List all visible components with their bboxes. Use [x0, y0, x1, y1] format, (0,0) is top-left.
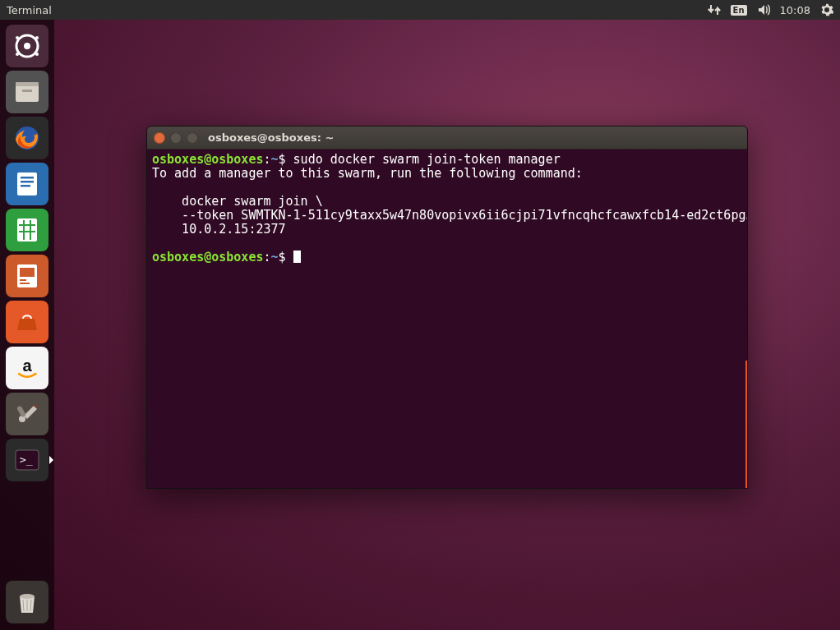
prompt-user: osboxes@osboxes: [152, 152, 263, 167]
launcher-writer[interactable]: [6, 163, 48, 205]
terminal-titlebar[interactable]: osboxes@osboxes: ~: [147, 126, 747, 149]
svg-rect-20: [20, 268, 35, 277]
launcher-impress[interactable]: [6, 255, 48, 297]
svg-point-28: [20, 594, 35, 599]
svg-rect-25: [16, 405, 26, 417]
keyboard-layout-indicator[interactable]: En: [731, 5, 747, 16]
launcher-firefox[interactable]: [6, 117, 48, 159]
launcher-amazon[interactable]: a: [6, 347, 48, 389]
active-app-label: Terminal: [7, 4, 52, 16]
terminal-window[interactable]: osboxes@osboxes: ~ osboxes@osboxes:~$ su…: [146, 126, 748, 489]
launcher-trash[interactable]: [6, 581, 48, 623]
svg-rect-22: [20, 283, 30, 284]
clock[interactable]: 10:08: [780, 4, 810, 16]
svg-point-4: [16, 53, 19, 56]
launcher-terminal[interactable]: >_: [6, 439, 48, 481]
svg-rect-8: [22, 90, 32, 92]
terminal-cursor: [293, 251, 301, 263]
svg-rect-6: [16, 84, 39, 102]
prompt-path: ~: [271, 152, 279, 167]
svg-point-2: [16, 36, 19, 39]
launcher-settings[interactable]: [6, 393, 48, 435]
unity-launcher: a >_: [0, 20, 54, 630]
session-gear-icon[interactable]: [820, 3, 833, 16]
prompt-path: ~: [271, 250, 279, 264]
svg-rect-7: [16, 82, 39, 86]
launcher-dash[interactable]: [6, 25, 48, 67]
terminal-output-line: 10.0.2.15:2377: [152, 222, 286, 237]
svg-text:a: a: [22, 356, 32, 375]
svg-point-3: [35, 36, 39, 39]
window-close-button[interactable]: [154, 132, 165, 144]
terminal-output-line: docker swarm join \: [152, 194, 323, 209]
svg-rect-14: [17, 218, 37, 241]
top-menubar: Terminal En 10:08: [0, 0, 840, 20]
network-indicator-icon[interactable]: [708, 3, 721, 16]
launcher-files[interactable]: [6, 71, 48, 113]
svg-rect-12: [21, 181, 34, 183]
prompt-user: osboxes@osboxes: [152, 250, 263, 264]
keyboard-layout-label: En: [731, 5, 747, 16]
svg-point-5: [35, 53, 39, 56]
terminal-output-line: To add a manager to this swarm, run the …: [152, 166, 583, 181]
sound-indicator-icon[interactable]: [757, 3, 770, 16]
svg-text:>_: >_: [20, 453, 33, 466]
svg-point-1: [24, 43, 30, 49]
svg-rect-21: [20, 279, 26, 281]
launcher-software[interactable]: [6, 301, 48, 343]
terminal-command: sudo docker swarm join-token manager: [293, 152, 561, 167]
terminal-accent-border: [745, 361, 747, 488]
svg-rect-11: [21, 177, 34, 179]
svg-rect-13: [21, 185, 30, 187]
svg-rect-10: [17, 172, 37, 195]
terminal-body[interactable]: osboxes@osboxes:~$ sudo docker swarm joi…: [147, 149, 747, 488]
launcher-calc[interactable]: [6, 209, 48, 251]
terminal-output-line: --token SWMTKN-1-511cy9taxx5w47n80vopivx…: [152, 208, 747, 223]
terminal-title: osboxes@osboxes: ~: [208, 131, 334, 144]
window-minimize-button[interactable]: [170, 132, 182, 144]
window-maximize-button[interactable]: [187, 132, 198, 144]
